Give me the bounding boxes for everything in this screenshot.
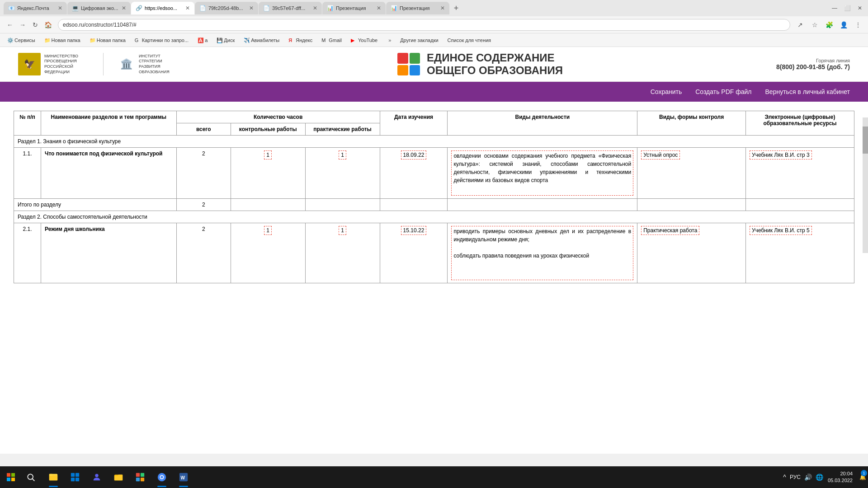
tab-presentation2[interactable]: 📊 Презентация ✕ [386,2,449,14]
bookmark-services[interactable]: ⚙️ Сервисы [4,35,39,45]
tab-label-4: 79fc205d-48b... [208,5,246,11]
practical-editable-1-1[interactable]: 1 [339,150,346,160]
bookmark-label-youtube: YouTube [358,38,377,43]
cell-practical-1-1[interactable]: 1 [305,148,380,199]
cell-activity-2-1[interactable]: приводить примеры основных дневных дел и… [448,223,637,283]
tab-close-5[interactable]: ✕ [313,5,317,11]
bookmark-star-button[interactable]: ☆ [808,19,821,31]
svg-point-4 [28,474,33,479]
cell-forms-2-1[interactable]: Практическая работа [637,223,746,283]
tab-39c5[interactable]: 📄 39c57e67-dff... ✕ [259,2,322,14]
forward-button[interactable]: → [16,19,29,31]
cell-date-1-1[interactable]: 18.09.22 [380,148,448,199]
refresh-button[interactable]: ↻ [29,19,42,31]
nav-action-buttons: ↗ ☆ 🧩 👤 ⋮ [794,19,864,31]
date-editable-1-1[interactable]: 18.09.22 [401,150,427,160]
reading-list[interactable]: Список для чтения [444,35,495,45]
taskbar-icon-word[interactable]: W [174,466,193,488]
share-button[interactable]: ↗ [794,19,807,31]
taskbar-icon-chrome[interactable] [152,466,172,488]
bookmark-folder2[interactable]: 📁 Новая папка [86,35,129,45]
search-button[interactable] [22,466,40,488]
svg-rect-8 [49,474,52,476]
tab-label-5: 39c57e67-dff... [272,5,310,11]
control-editable-1-1[interactable]: 1 [264,150,272,160]
bookmark-folder1[interactable]: 📁 Новая папка [41,35,84,45]
network-icon[interactable]: 🌐 [816,474,823,481]
taskbar-icon-explorer[interactable] [43,466,63,488]
tab-presentation1[interactable]: 📊 Презентация ✕ [322,2,386,14]
taskbar-clock[interactable]: 20:04 05.03.2022 [828,470,857,484]
svg-rect-9 [71,473,75,477]
svg-rect-3 [11,478,15,481]
ministry-logo: 🦅 МИНИСТЕРСТВО ПРОСВЕЩЕНИЯ РОССИЙСКОЙ ФЕ… [18,53,90,75]
tab-close-3[interactable]: ✕ [185,5,190,11]
practical-editable-2-1[interactable]: 1 [339,226,346,235]
tab-favicon-2: 💻 [72,5,78,11]
bookmarks-more-button[interactable]: » [385,37,395,44]
tab-yandex-mail[interactable]: 📧 Яндекс.Почта ✕ [4,2,67,14]
tab-close-2[interactable]: ✕ [122,5,126,11]
scrollbar-thumb[interactable] [863,127,868,154]
forms-editable-2-1[interactable]: Практическая работа [641,226,699,235]
tab-close-1[interactable]: ✕ [58,5,62,11]
tab-close-6[interactable]: ✕ [377,5,381,11]
tab-edsoo[interactable]: 🔗 https://edsoo... ✕ [131,2,194,14]
control-editable-2-1[interactable]: 1 [264,226,272,235]
cell-resources-2-1[interactable]: Учебник Лях В.И. стр 5 [746,223,854,283]
tab-close-4[interactable]: ✕ [249,5,254,11]
cell-control-2-1[interactable]: 1 [231,223,305,283]
activity-editable-1-1[interactable]: овладении основами содержания учебного п… [451,150,633,196]
bookmark-disk[interactable]: 💾 Диск [213,35,238,45]
svg-rect-16 [141,473,144,477]
cell-control-1-1[interactable]: 1 [231,148,305,199]
tab-digital[interactable]: 💻 Цифровая эко... ✕ [67,2,131,14]
bookmark-gmail[interactable]: M Gmail [318,35,345,45]
other-bookmarks[interactable]: Другие закладки [396,35,442,45]
browser-frame: 📧 Яндекс.Почта ✕ 💻 Цифровая эко... ✕ 🔗 h… [0,0,868,47]
bookmark-google[interactable]: G Картинки по запро... [131,35,192,45]
bookmark-yandex[interactable]: Я Яндекс [285,35,316,45]
taskbar-icon-folder[interactable] [108,466,128,488]
back-button[interactable]: ← [4,19,16,31]
header-resources: Электронные (цифровые) образовательные р… [746,111,854,136]
volume-icon[interactable]: 🔊 [804,474,812,481]
date-editable-2-1[interactable]: 15.10.22 [401,226,427,235]
close-window-button[interactable]: ✕ [855,4,864,13]
scrollbar-right[interactable] [863,117,868,253]
language-indicator[interactable]: РУС [790,474,801,480]
cell-forms-1-1[interactable]: Устный опрос [637,148,746,199]
taskbar-icon-teams[interactable] [87,466,107,488]
bookmark-a[interactable]: 🅰️ a [194,35,211,45]
cell-date-2-1[interactable]: 15.10.22 [380,223,448,283]
tab-close-7[interactable]: ✕ [440,5,445,11]
new-tab-button[interactable]: + [450,2,462,14]
bookmark-avia[interactable]: ✈️ Авиабилеты [240,35,283,45]
start-button[interactable] [0,466,22,488]
profile-button[interactable]: 👤 [837,19,850,31]
forms-editable-1-1[interactable]: Устный опрос [641,150,680,160]
taskbar-icon-apps[interactable] [130,466,150,488]
cell-resources-1-1[interactable]: Учебник Лях В.И. стр 3 [746,148,854,199]
bookmark-youtube[interactable]: ▶ YouTube [347,35,381,45]
cell-activity-1-1[interactable]: овладении основами содержания учебного п… [448,148,637,199]
activity-editable-2-1[interactable]: приводить примеры основных дневных дел и… [451,226,633,280]
site-title-line1: ЕДИНОЕ СОДЕРЖАНИЕ [427,52,563,64]
tab-79fc[interactable]: 📄 79fc205d-48b... ✕ [195,2,258,14]
cell-practical-2-1[interactable]: 1 [305,223,380,283]
resources-editable-1-1[interactable]: Учебник Лях В.И. стр 3 [750,150,812,160]
tray-chevron-icon[interactable]: ^ [783,474,786,481]
nav-back-to-cabinet[interactable]: Вернуться в личный кабинет [765,88,850,95]
taskbar-icon-widget[interactable] [65,466,85,488]
resources-editable-2-1[interactable]: Учебник Лях В.И. стр 5 [750,226,812,235]
extensions-button[interactable]: 🧩 [823,19,835,31]
notification-button[interactable]: 🔔 1 [857,466,868,488]
nav-save[interactable]: Сохранить [651,88,682,95]
window-controls: — ⬜ ✕ [830,4,864,13]
nav-create-pdf[interactable]: Создать PDF файл [695,88,751,95]
minimize-button[interactable]: — [830,4,839,13]
menu-button[interactable]: ⋮ [852,19,864,31]
address-bar[interactable]: edsoo.ru/constructor/110487/# [58,19,790,31]
maximize-button[interactable]: ⬜ [843,4,852,13]
home-button[interactable]: 🏠 [42,19,54,31]
